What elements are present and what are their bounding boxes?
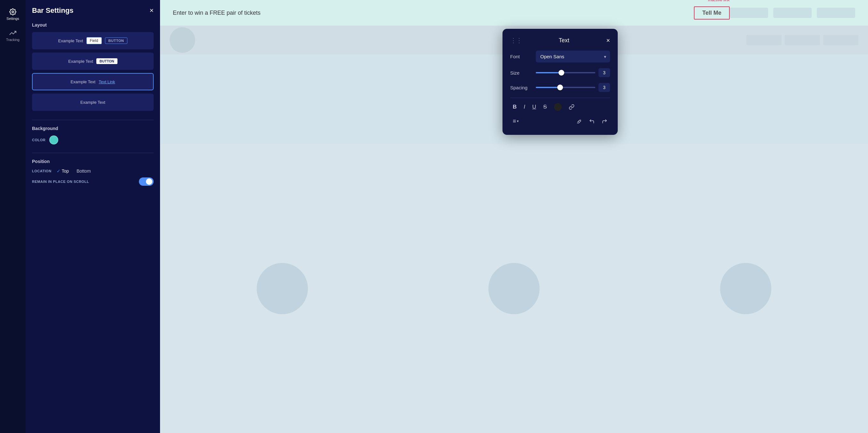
- preview-bar-text: Enter to win a FREE pair of tickets: [173, 9, 694, 16]
- drag-handle[interactable]: ⋮⋮: [510, 36, 522, 44]
- undo-button[interactable]: [586, 117, 597, 125]
- bold-button[interactable]: B: [510, 103, 519, 111]
- underline-button[interactable]: U: [530, 103, 539, 111]
- size-value: 3: [598, 68, 610, 77]
- spacing-value: 3: [598, 83, 610, 92]
- toggle-knob: [146, 178, 152, 185]
- sidebar-item-settings[interactable]: Settings: [1, 5, 24, 24]
- inactive-link-label: Inactive link: [708, 0, 730, 2]
- trending-up-icon: [9, 29, 16, 36]
- layout-1-button: BUTTON: [105, 37, 128, 44]
- font-select-wrapper: Open Sans Arial Helvetica Georgia Roboto…: [536, 51, 610, 62]
- location-top-label: Top: [62, 169, 69, 174]
- text-panel-close-button[interactable]: ×: [606, 37, 610, 44]
- size-slider-wrapper: [536, 72, 595, 73]
- layout-3-text: Example Text: [70, 80, 95, 84]
- color-label: COLOR: [32, 138, 45, 142]
- layout-2-button: BUTTON: [96, 58, 118, 64]
- location-bottom-option[interactable]: Bottom: [71, 169, 91, 174]
- spacing-slider-track: [536, 87, 595, 88]
- mockup-nav-bar-2: [785, 35, 820, 45]
- spacing-slider-wrapper: [536, 87, 595, 88]
- tell-me-button[interactable]: Tell Me: [694, 6, 730, 20]
- font-label: Font: [510, 54, 533, 59]
- layout-section-label: Layout: [32, 22, 154, 28]
- link-button[interactable]: [566, 103, 577, 111]
- main-preview-area: Enter to win a FREE pair of tickets Inac…: [160, 0, 868, 433]
- bar-settings-sidebar: Bar Settings × Layout Example Text Field…: [26, 0, 160, 433]
- layout-option-3[interactable]: Example Text Text Link: [32, 73, 154, 90]
- toolbar-row-2: ≡▾: [510, 114, 610, 126]
- preview-bar: Enter to win a FREE pair of tickets Inac…: [160, 0, 868, 26]
- background-section-label: Background: [32, 126, 154, 131]
- layout-option-2[interactable]: Example Text BUTTON: [32, 53, 154, 70]
- mockup-circle-1: [257, 263, 308, 314]
- position-section: Position LOCATION ✓ Top Bottom REMAIN IN…: [32, 159, 154, 186]
- layout-option-4[interactable]: Example Text: [32, 93, 154, 111]
- scroll-toggle[interactable]: [139, 177, 154, 186]
- background-section: Background COLOR: [32, 126, 154, 144]
- redo-button[interactable]: [599, 117, 610, 125]
- layout-1-field: Field: [86, 37, 102, 44]
- font-select[interactable]: Open Sans Arial Helvetica Georgia Roboto: [536, 51, 610, 62]
- size-label: Size: [510, 70, 533, 76]
- size-slider-track: [536, 72, 595, 73]
- spacing-slider-fill: [536, 87, 558, 88]
- align-button[interactable]: ≡▾: [510, 117, 521, 126]
- sidebar-title: Bar Settings: [32, 6, 73, 15]
- preview-nav-item-3: [817, 8, 855, 18]
- location-bottom-label: Bottom: [76, 169, 91, 174]
- layout-4-text: Example Text: [80, 100, 105, 105]
- mockup-nav-bar-3: [823, 35, 859, 45]
- text-panel-header: ⋮⋮ Text ×: [510, 36, 610, 44]
- color-button[interactable]: [552, 102, 564, 112]
- layout-1-text: Example Text: [58, 38, 83, 43]
- sidebar-header: Bar Settings ×: [32, 6, 154, 15]
- redo-icon: [602, 118, 608, 124]
- spacing-slider-thumb[interactable]: [557, 85, 563, 90]
- clear-format-button[interactable]: [574, 117, 584, 125]
- layout-section: Layout Example Text Field BUTTON Example…: [32, 22, 154, 114]
- preview-nav-item-1: [730, 8, 768, 18]
- size-row: Size 3: [510, 68, 610, 77]
- nav-tracking-label: Tracking: [6, 38, 20, 41]
- position-section-label: Position: [32, 159, 154, 164]
- preview-nav-item-2: [773, 8, 812, 18]
- text-panel-title: Text: [525, 37, 603, 44]
- mockup-section: [160, 144, 868, 433]
- svg-point-0: [12, 11, 14, 13]
- color-circle: [554, 103, 562, 111]
- left-navigation: Settings Tracking: [0, 0, 26, 433]
- scroll-label: REMAIN IN PLACE ON SCROLL: [32, 180, 136, 183]
- divider-2: [32, 153, 154, 153]
- spacing-label: Spacing: [510, 85, 533, 90]
- undo-icon: [589, 118, 595, 124]
- sidebar-close-button[interactable]: ×: [150, 6, 154, 15]
- scroll-row: REMAIN IN PLACE ON SCROLL: [32, 177, 154, 186]
- text-panel: ⋮⋮ Text × Font Open Sans Arial Helvetica…: [502, 29, 618, 135]
- location-label: LOCATION: [32, 169, 52, 173]
- text-toolbar: B I U S ≡▾: [510, 98, 610, 128]
- divider-1: [32, 120, 154, 120]
- size-slider-fill: [536, 72, 559, 73]
- size-slider-thumb[interactable]: [558, 70, 564, 76]
- mockup-circle-2: [488, 263, 539, 314]
- layout-3-link: Text Link: [99, 80, 115, 84]
- layout-2-text: Example Text: [68, 59, 93, 64]
- spacing-row: Spacing 3: [510, 83, 610, 92]
- layout-option-1[interactable]: Example Text Field BUTTON: [32, 32, 154, 49]
- mockup-logo-circle: [169, 27, 195, 53]
- sidebar-item-tracking[interactable]: Tracking: [1, 26, 24, 45]
- color-swatch[interactable]: [49, 136, 58, 144]
- nav-settings-label: Settings: [6, 17, 19, 21]
- location-top-option[interactable]: ✓ Top: [57, 169, 69, 174]
- gear-icon: [9, 8, 16, 16]
- link-icon: [569, 104, 575, 110]
- italic-button[interactable]: I: [521, 103, 528, 111]
- check-icon: ✓: [57, 169, 61, 174]
- mockup-circle-3: [720, 263, 771, 314]
- mockup-nav-bar-1: [746, 35, 782, 45]
- clear-format-icon: [576, 118, 582, 124]
- svg-line-1: [581, 119, 581, 120]
- strikethrough-button[interactable]: S: [540, 103, 549, 111]
